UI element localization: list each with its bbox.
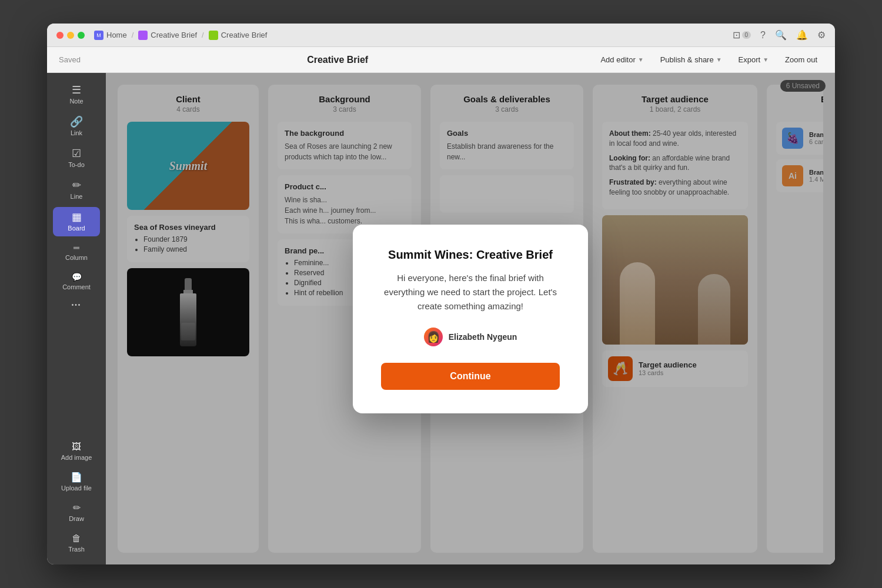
- breadcrumb: M Home / Creative Brief / Creative Brief: [94, 31, 267, 40]
- add-editor-chevron: ▼: [638, 56, 644, 63]
- sidebar-item-upload-file[interactable]: 📄 Upload file: [53, 468, 100, 496]
- breadcrumb-home[interactable]: M Home: [94, 31, 127, 40]
- breadcrumb-creative1[interactable]: Creative Brief: [138, 31, 197, 40]
- modal-title: Summit Wines: Creative Brief: [381, 248, 560, 262]
- trash-icon: 🗑: [72, 534, 81, 543]
- add-image-icon: 🖼: [72, 442, 81, 452]
- main-area: ☰ Note 🔗 Link ☑ To-do ✏ Line ▦ Board ═ C…: [47, 73, 835, 564]
- sidebar-item-board[interactable]: ▦ Board: [53, 207, 100, 236]
- toolbar: Saved Creative Brief Add editor ▼ Publis…: [47, 47, 835, 73]
- line-icon: ✏: [72, 180, 81, 191]
- search-icon[interactable]: 🔍: [775, 29, 787, 41]
- continue-button[interactable]: Continue: [381, 363, 560, 390]
- breadcrumb-creative2[interactable]: Creative Brief: [209, 31, 268, 40]
- home-icon: M: [94, 31, 103, 40]
- publish-chevron: ▼: [716, 56, 722, 63]
- document-title: Creative Brief: [81, 55, 595, 65]
- maximize-button[interactable]: [78, 32, 85, 39]
- publish-share-button[interactable]: Publish & share ▼: [654, 52, 728, 67]
- author-avatar: 👩: [424, 328, 443, 346]
- close-button[interactable]: [56, 32, 64, 39]
- breadcrumb-sep-2: /: [202, 31, 204, 39]
- todo-icon: ☑: [72, 148, 81, 159]
- upload-file-icon: 📄: [71, 473, 82, 482]
- titlebar-right: ⊡ 0 ? 🔍 🔔 ⚙: [733, 29, 826, 41]
- column-icon: ═: [74, 243, 79, 252]
- sidebar-item-column[interactable]: ═ Column: [53, 239, 100, 266]
- sidebar: ☰ Note 🔗 Link ☑ To-do ✏ Line ▦ Board ═ C…: [47, 73, 106, 564]
- saved-status: Saved: [59, 55, 81, 64]
- sidebar-item-draw[interactable]: ✏ Draw: [53, 499, 100, 527]
- comment-icon: 💬: [72, 273, 82, 281]
- sidebar-item-comment[interactable]: 💬 Comment: [53, 268, 100, 295]
- note-icon: ☰: [72, 85, 81, 95]
- app-window: M Home / Creative Brief / Creative Brief…: [47, 24, 835, 564]
- device-icon[interactable]: ⊡ 0: [733, 29, 751, 41]
- modal-dialog: Summit Wines: Creative Brief Hi everyone…: [353, 225, 588, 413]
- minimize-button[interactable]: [67, 32, 74, 39]
- more-icon: •••: [72, 302, 82, 308]
- breadcrumb-creative2-label: Creative Brief: [221, 31, 268, 39]
- help-icon[interactable]: ?: [760, 30, 766, 41]
- titlebar: M Home / Creative Brief / Creative Brief…: [47, 24, 835, 47]
- sidebar-item-add-image[interactable]: 🖼 Add image: [53, 437, 100, 466]
- export-button[interactable]: Export ▼: [733, 52, 774, 67]
- creative2-icon: [209, 31, 218, 40]
- modal-body: Hi everyone, here's the final brief with…: [381, 271, 560, 313]
- settings-icon[interactable]: ⚙: [817, 29, 826, 41]
- board-icon: ▦: [72, 212, 82, 222]
- modal-author: 👩 Elizabeth Nygeun: [381, 328, 560, 346]
- sidebar-item-link[interactable]: 🔗 Link: [53, 112, 100, 141]
- sidebar-item-todo[interactable]: ☑ To-do: [53, 143, 100, 173]
- link-icon: 🔗: [70, 116, 83, 127]
- add-editor-button[interactable]: Add editor ▼: [594, 52, 649, 67]
- author-name: Elizabeth Nygeun: [449, 332, 517, 342]
- draw-icon: ✏: [73, 503, 81, 513]
- sidebar-item-note[interactable]: ☰ Note: [53, 80, 100, 109]
- breadcrumb-creative1-label: Creative Brief: [151, 31, 197, 39]
- bell-icon[interactable]: 🔔: [796, 29, 808, 41]
- device-badge: 0: [742, 31, 751, 39]
- canvas: 6 Unsaved Client 4 cards Summit Sea of R…: [106, 73, 835, 564]
- breadcrumb-sep-1: /: [132, 31, 134, 39]
- toolbar-actions: Add editor ▼ Publish & share ▼ Export ▼ …: [594, 52, 823, 67]
- creative1-icon: [138, 31, 148, 40]
- sidebar-item-line[interactable]: ✏ Line: [53, 175, 100, 205]
- sidebar-item-trash[interactable]: 🗑 Trash: [53, 529, 100, 557]
- breadcrumb-home-label: Home: [106, 31, 127, 39]
- traffic-lights: [56, 32, 85, 39]
- sidebar-item-more[interactable]: •••: [53, 298, 100, 313]
- zoom-out-button[interactable]: Zoom out: [779, 52, 823, 67]
- export-chevron: ▼: [763, 56, 769, 63]
- modal-overlay: Summit Wines: Creative Brief Hi everyone…: [106, 73, 835, 564]
